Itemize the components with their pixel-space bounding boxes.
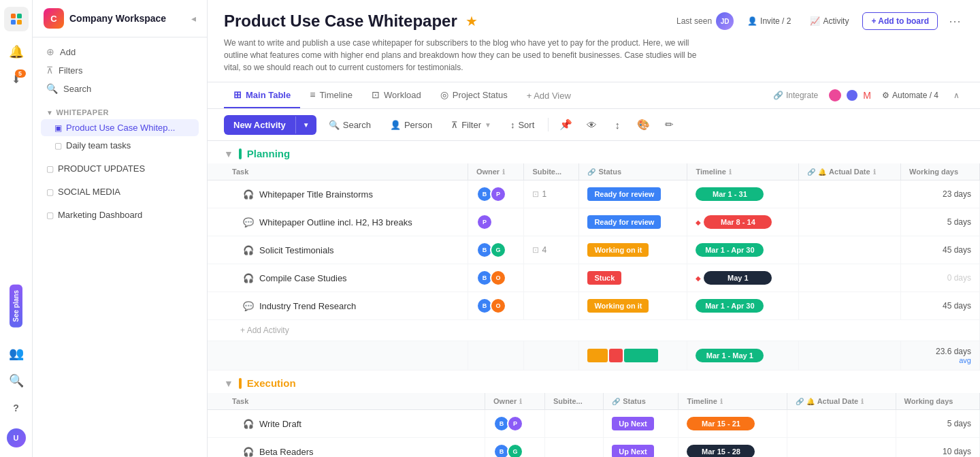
status-badge[interactable]: Up Next [612,417,654,430]
task-cell: 🎧 Beta Readers [208,438,485,458]
actual-date-cell [799,292,901,320]
filter-arrow-icon: ▼ [485,121,491,129]
planning-toggle[interactable]: ▼ [224,148,233,159]
collapse-view-btn[interactable]: ∧ [949,88,964,103]
download-icon-btn[interactable]: ⬇ 5 [4,67,29,91]
integrate-icon: 🔗 [773,91,783,100]
status-cell: Stuck [579,264,687,292]
status-badge[interactable]: Ready for review [587,215,661,229]
integrate-button[interactable]: 🔗 Integrate [768,88,823,103]
tab-workload[interactable]: ⊡ Workload [362,82,431,108]
see-plans-btn[interactable]: See plans [10,285,22,328]
status-badge[interactable]: Up Next [612,445,654,457]
help-icon-btn[interactable]: ? [4,396,29,420]
tab-main-table-label: Main Table [246,90,291,100]
task-cell: 🎧 Whitepaper Title Brainstorms [208,180,468,208]
add-view-button[interactable]: + Add View [517,84,581,108]
table-row: 💬 Whitepaper Outline incl. H2, H3 breaks… [208,208,980,236]
timeline-badge[interactable]: Mar 15 - 21 [687,417,755,430]
working-days-cell: 23 days [901,180,980,208]
status-badge[interactable]: Stuck [587,271,621,285]
sidebar-search-btn[interactable]: 🔍 [4,368,29,393]
diamond-icon: ◆ [696,274,701,282]
edit-button[interactable]: ✏ [659,114,679,135]
svg-rect-3 [17,20,22,25]
main-content: Product Use Case Whitepaper ★ Last seen … [208,0,980,457]
subitems-cell: ⊡ 1 [524,180,579,208]
subitems-cell [544,410,603,438]
add-activity-cell[interactable]: + Add Activity [208,320,980,341]
sidebar-item-product-updates[interactable]: ▢ PRODUCT UPDATES [41,160,199,177]
timeline-badge[interactable]: May 1 [704,271,772,285]
pin-button[interactable]: 📌 [555,114,576,135]
workspace-header[interactable]: C Company Workspace ◂ [33,0,207,37]
download-badge: 5 [15,69,26,78]
left-icon-bar: 🔔 ⬇ 5 See plans 👥 🔍 ? U [0,0,33,457]
add-label: Add [60,47,76,57]
new-activity-btn[interactable]: New Activity ▼ [224,115,316,135]
filter-label: Filter [461,120,481,130]
timeline-badge[interactable]: Mar 1 - Apr 30 [696,299,764,313]
page-title: Product Use Case Whitepaper [224,12,457,31]
tab-main-table[interactable]: ⊞ Main Table [224,82,300,108]
summary-task-cell [208,341,468,371]
eye-button[interactable]: 👁 [581,114,602,135]
add-activity-row[interactable]: + Add Activity [208,320,980,341]
activity-icon: 📈 [810,16,820,26]
timeline-badge[interactable]: Mar 1 - Apr 30 [696,243,764,257]
doc-icon-4: ▢ [46,187,54,197]
user-avatar-btn[interactable]: U [4,426,29,450]
tab-workload-label: Workload [384,90,421,100]
people-icon-btn[interactable]: 👥 [4,341,29,366]
activity-button[interactable]: 📈 Activity [804,14,854,29]
subitem-icon: ⊡ [532,245,539,255]
bell-icon-btn[interactable]: 🔔 [4,40,29,64]
status-badge[interactable]: Working on it [587,299,649,313]
color-button[interactable]: 🎨 [633,114,653,135]
status-cell: Up Next [604,410,679,438]
execution-toggle[interactable]: ▼ [224,378,233,389]
timeline-info-icon-ex: ℹ [720,398,723,405]
sort-button[interactable]: ↕ Sort [504,116,541,134]
avatar-2: O [490,270,506,286]
doc-icon-2: ▢ [54,141,62,151]
timeline-badge[interactable]: Mar 15 - 28 [687,445,755,457]
actual-date-column-header: 🔗 🔔 Actual Date ℹ [799,163,901,180]
filters-tool[interactable]: ⊼ Filters [41,61,199,79]
summary-timeline-badge: Mar 1 - May 1 [696,349,764,362]
new-activity-label: New Activity [224,115,295,135]
search-tool[interactable]: 🔍 Search [41,80,199,97]
avg-days-text: 23.6 days [909,347,971,356]
sidebar-item-daily-team-tasks[interactable]: ▢ Daily team tasks [41,137,199,154]
timeline-cell: Mar 15 - 28 [679,438,787,458]
add-tool[interactable]: ⊕ Add [41,43,199,61]
automate-button[interactable]: ⚙ Automate / 4 [877,88,944,103]
status-badge[interactable]: Ready for review [587,187,661,201]
home-icon-btn[interactable] [4,7,29,31]
table-row: 🎧 Write Draft B P Up Next [208,410,980,438]
search-button[interactable]: 🔍 Search [322,116,378,134]
person-button[interactable]: 👤 Person [383,116,439,134]
integrate-area: 🔗 Integrate M ⚙ Automate / 4 ∧ [768,88,964,103]
sidebar-item-marketing[interactable]: ▢ Marketing Dashboard [41,206,199,223]
nav-item-label-4: SOCIAL MEDIA [58,187,120,197]
tab-timeline[interactable]: ≡ Timeline [300,82,362,108]
add-to-board-button[interactable]: + Add to board [862,12,938,30]
sidebar-item-product-use-case[interactable]: ▣ Product Use Case Whitep... [41,119,199,136]
summary-actual-cell [799,341,901,371]
whitepaper-section-label[interactable]: ▼ WHITEPAPER [41,106,199,119]
tab-project-status[interactable]: ◎ Project Status [431,82,517,108]
star-icon[interactable]: ★ [466,13,478,29]
more-options-button[interactable]: ⋯ [946,11,964,31]
row-height-button[interactable]: ↕ [607,114,627,135]
new-activity-dropdown-arrow[interactable]: ▼ [295,116,316,133]
owner-cell: B O [468,264,523,292]
status-badge[interactable]: Working on it [587,243,649,257]
summary-bar-orange [587,349,608,362]
timeline-badge[interactable]: Mar 1 - 31 [696,187,764,201]
invite-button[interactable]: 👤 Invite / 2 [742,14,796,29]
timeline-badge[interactable]: Mar 8 - 14 [704,215,772,229]
sidebar-item-social-media[interactable]: ▢ SOCIAL MEDIA [41,183,199,200]
filter-button[interactable]: ⊼ Filter ▼ [444,116,498,134]
add-icon: ⊕ [46,46,54,57]
